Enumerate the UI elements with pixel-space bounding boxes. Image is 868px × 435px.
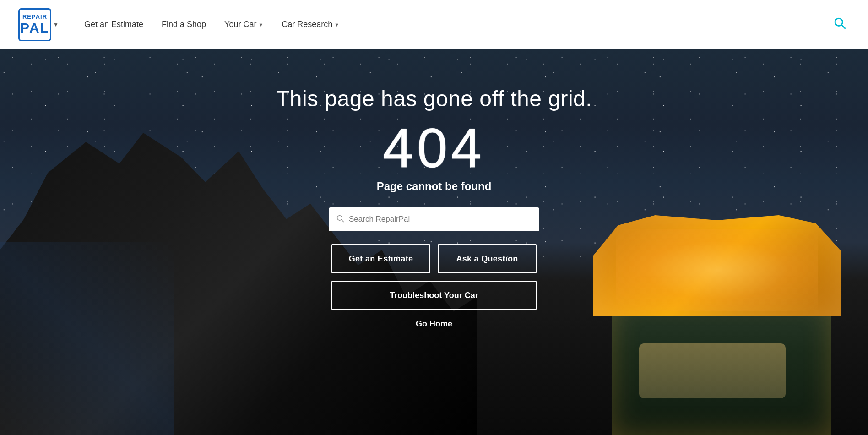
button-row: Get an Estimate Ask a Question <box>331 244 537 273</box>
logo-box: REPAIR PAL <box>18 8 51 41</box>
nav-shop[interactable]: Find a Shop <box>154 16 213 33</box>
van-window <box>639 343 786 398</box>
your-car-chevron: ▼ <box>258 22 263 27</box>
ask-question-button[interactable]: Ask a Question <box>438 244 537 273</box>
navbar: REPAIR PAL ▼ Get an Estimate Find a Shop… <box>0 0 868 49</box>
search-icon[interactable] <box>830 13 850 36</box>
logo-chevron: ▼ <box>53 22 59 28</box>
search-bar-icon <box>336 214 344 225</box>
nav-your-car[interactable]: Your Car ▼ <box>217 16 271 33</box>
nav-research[interactable]: Car Research ▼ <box>274 16 347 33</box>
search-input[interactable] <box>349 215 532 224</box>
search-bar[interactable] <box>329 207 539 231</box>
svg-line-3 <box>342 220 344 222</box>
error-code: 404 <box>383 120 485 175</box>
svg-line-1 <box>842 25 845 28</box>
get-estimate-button[interactable]: Get an Estimate <box>331 244 430 273</box>
troubleshoot-button[interactable]: Troubleshoot Your Car <box>331 281 537 310</box>
go-home-link[interactable]: Go Home <box>416 319 452 329</box>
error-tagline: This page has gone off the grid. <box>276 86 592 111</box>
nav-estimate[interactable]: Get an Estimate <box>77 16 151 33</box>
logo-pal: PAL <box>20 20 49 35</box>
hero-section: This page has gone off the grid. 404 Pag… <box>0 49 868 435</box>
nav-links: Get an Estimate Find a Shop Your Car ▼ C… <box>77 16 830 33</box>
logo-repair: REPAIR <box>22 14 47 20</box>
research-chevron: ▼ <box>334 22 339 27</box>
error-subtitle: Page cannot be found <box>377 180 492 193</box>
logo[interactable]: REPAIR PAL ▼ <box>18 8 59 41</box>
hero-content: This page has gone off the grid. 404 Pag… <box>0 86 868 329</box>
